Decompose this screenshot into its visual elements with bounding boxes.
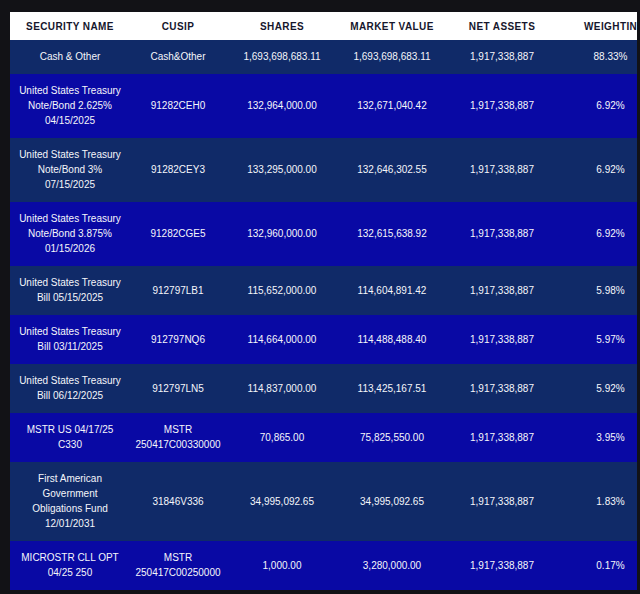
column-header-security-name: SECURITY NAME	[10, 21, 130, 32]
cell-security-name: United States TreasuryBill 06/12/2025	[10, 373, 130, 403]
cell-market-value: 132,646,302.55	[338, 162, 446, 177]
cell-weighting: 3.95%	[558, 430, 637, 445]
cell-weighting: 5.92%	[558, 381, 637, 396]
cell-security-name: Cash & Other	[10, 49, 130, 64]
cell-shares: 1,693,698,683.11	[226, 49, 338, 64]
column-header-weightings: WEIGHTINGS	[558, 21, 637, 32]
cell-cusip: 91282CGE5	[130, 226, 226, 241]
cell-weighting: 6.92%	[558, 226, 637, 241]
cell-net-assets: 1,917,338,887	[446, 430, 558, 445]
cell-net-assets: 1,917,338,887	[446, 162, 558, 177]
cell-shares: 132,960,000.00	[226, 226, 338, 241]
cell-market-value: 114,604,891.42	[338, 283, 446, 298]
cell-shares: 133,295,000.00	[226, 162, 338, 177]
cell-shares: 132,964,000.00	[226, 98, 338, 113]
cell-weighting: 1.83%	[558, 494, 637, 509]
cell-cusip: 912797LN5	[130, 381, 226, 396]
cell-market-value: 3,280,000.00	[338, 558, 446, 573]
cell-security-name: MICROSTR CLL OPT04/25 250	[10, 550, 130, 580]
cell-weighting: 0.17%	[558, 558, 637, 573]
cell-net-assets: 1,917,338,887	[446, 98, 558, 113]
cell-weighting: 6.92%	[558, 98, 637, 113]
holdings-table-body: Cash & Other Cash&Other 1,693,698,683.11…	[10, 40, 637, 590]
table-row: First AmericanGovernmentObligations Fund…	[10, 462, 637, 541]
cell-weighting: 6.92%	[558, 162, 637, 177]
table-row: United States TreasuryNote/Bond 3%07/15/…	[10, 138, 637, 202]
column-header-net-assets: NET ASSETS	[446, 21, 558, 32]
cell-cusip: MSTR250417C00330000	[130, 422, 226, 452]
table-row: MICROSTR CLL OPT04/25 250 MSTR250417C002…	[10, 541, 637, 590]
cell-cusip: 31846V336	[130, 494, 226, 509]
cell-security-name: United States TreasuryNote/Bond 2.625%04…	[10, 83, 130, 128]
cell-security-name: MSTR US 04/17/25C330	[10, 422, 130, 452]
cell-shares: 114,664,000.00	[226, 332, 338, 347]
holdings-table-header: SECURITY NAME CUSIP SHARES MARKET VALUE …	[10, 12, 637, 40]
cell-net-assets: 1,917,338,887	[446, 226, 558, 241]
cell-shares: 114,837,000.00	[226, 381, 338, 396]
cell-cusip: MSTR250417C00250000	[130, 550, 226, 580]
cell-net-assets: 1,917,338,887	[446, 332, 558, 347]
table-row: Cash & Other Cash&Other 1,693,698,683.11…	[10, 40, 637, 74]
column-header-cusip: CUSIP	[130, 21, 226, 32]
cell-market-value: 75,825,550.00	[338, 430, 446, 445]
cell-net-assets: 1,917,338,887	[446, 494, 558, 509]
table-row: MSTR US 04/17/25C330 MSTR250417C00330000…	[10, 413, 637, 462]
table-row: United States TreasuryBill 06/12/2025 91…	[10, 364, 637, 413]
cell-market-value: 1,693,698,683.11	[338, 49, 446, 64]
cell-weighting: 5.97%	[558, 332, 637, 347]
holdings-table[interactable]: SECURITY NAME CUSIP SHARES MARKET VALUE …	[10, 12, 637, 590]
table-row: United States TreasuryNote/Bond 2.625%04…	[10, 74, 637, 138]
cell-shares: 1,000.00	[226, 558, 338, 573]
cell-security-name: First AmericanGovernmentObligations Fund…	[10, 471, 130, 531]
cell-cusip: 912797LB1	[130, 283, 226, 298]
cell-weighting: 5.98%	[558, 283, 637, 298]
table-row: United States TreasuryNote/Bond 3.875%01…	[10, 202, 637, 266]
cell-weighting: 88.33%	[558, 49, 637, 64]
table-row: United States TreasuryBill 03/11/2025 91…	[10, 315, 637, 364]
cell-net-assets: 1,917,338,887	[446, 558, 558, 573]
cell-cusip: 91282CEY3	[130, 162, 226, 177]
cell-shares: 115,652,000.00	[226, 283, 338, 298]
cell-security-name: United States TreasuryBill 03/11/2025	[10, 324, 130, 354]
cell-market-value: 132,615,638.92	[338, 226, 446, 241]
cell-market-value: 114,488,488.40	[338, 332, 446, 347]
cell-shares: 70,865.00	[226, 430, 338, 445]
cell-market-value: 34,995,092.65	[338, 494, 446, 509]
column-header-market-value: MARKET VALUE	[338, 21, 446, 32]
cell-net-assets: 1,917,338,887	[446, 49, 558, 64]
cell-cusip: Cash&Other	[130, 49, 226, 64]
cell-market-value: 113,425,167.51	[338, 381, 446, 396]
cell-cusip: 912797NQ6	[130, 332, 226, 347]
cell-net-assets: 1,917,338,887	[446, 283, 558, 298]
cell-security-name: United States TreasuryNote/Bond 3%07/15/…	[10, 147, 130, 192]
cell-cusip: 91282CEH0	[130, 98, 226, 113]
table-row: United States TreasuryBill 05/15/2025 91…	[10, 266, 637, 315]
cell-net-assets: 1,917,338,887	[446, 381, 558, 396]
cell-security-name: United States TreasuryBill 05/15/2025	[10, 275, 130, 305]
cell-market-value: 132,671,040.42	[338, 98, 446, 113]
column-header-shares: SHARES	[226, 21, 338, 32]
cell-security-name: United States TreasuryNote/Bond 3.875%01…	[10, 211, 130, 256]
cell-shares: 34,995,092.65	[226, 494, 338, 509]
